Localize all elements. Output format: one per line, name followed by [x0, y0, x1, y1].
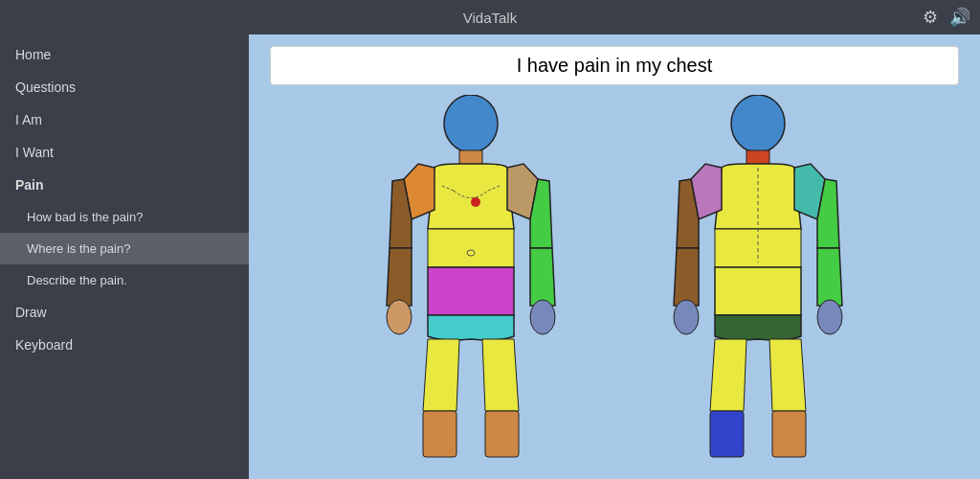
main-layout: Home Questions I Am I Want Pain How bad …: [0, 34, 980, 479]
sidebar-item-keyboard[interactable]: Keyboard: [0, 329, 249, 361]
settings-icon[interactable]: ⚙: [923, 7, 938, 28]
svg-point-13: [817, 300, 842, 334]
body-figures: [356, 95, 873, 468]
svg-rect-4: [428, 229, 514, 267]
svg-point-3: [530, 300, 555, 334]
svg-rect-17: [772, 411, 806, 457]
back-figure[interactable]: [643, 95, 873, 459]
front-figure[interactable]: [356, 95, 586, 459]
sidebar-item-questions[interactable]: Questions: [0, 71, 249, 103]
svg-point-2: [387, 300, 412, 334]
content-area: I have pain in my chest: [249, 34, 980, 479]
sidebar-item-home[interactable]: Home: [0, 38, 249, 71]
sentence-display: I have pain in my chest: [270, 46, 959, 85]
svg-rect-16: [710, 411, 744, 457]
sidebar: Home Questions I Am I Want Pain How bad …: [0, 34, 249, 479]
svg-rect-15: [715, 267, 801, 315]
svg-point-12: [674, 300, 699, 334]
svg-rect-6: [423, 411, 457, 457]
sidebar-item-describe-pain[interactable]: Describe the pain.: [0, 264, 249, 296]
svg-point-10: [731, 95, 785, 152]
sidebar-item-i-want[interactable]: I Want: [0, 136, 249, 169]
sidebar-item-draw[interactable]: Draw: [0, 296, 249, 329]
sidebar-item-pain[interactable]: Pain: [0, 169, 249, 201]
sidebar-item-how-bad[interactable]: How bad is the pain?: [0, 201, 249, 233]
toolbar-icons: ⚙ 🔊: [923, 7, 970, 28]
volume-icon[interactable]: 🔊: [949, 7, 970, 28]
svg-rect-5: [428, 267, 514, 315]
title-bar: VidaTalk ⚙ 🔊: [0, 0, 980, 34]
sidebar-item-i-am[interactable]: I Am: [0, 103, 249, 136]
svg-point-8: [471, 197, 480, 207]
svg-rect-7: [485, 411, 519, 457]
sidebar-item-where-pain[interactable]: Where is the pain?: [0, 233, 249, 264]
svg-point-0: [444, 95, 498, 152]
app-title: VidaTalk: [463, 10, 517, 26]
